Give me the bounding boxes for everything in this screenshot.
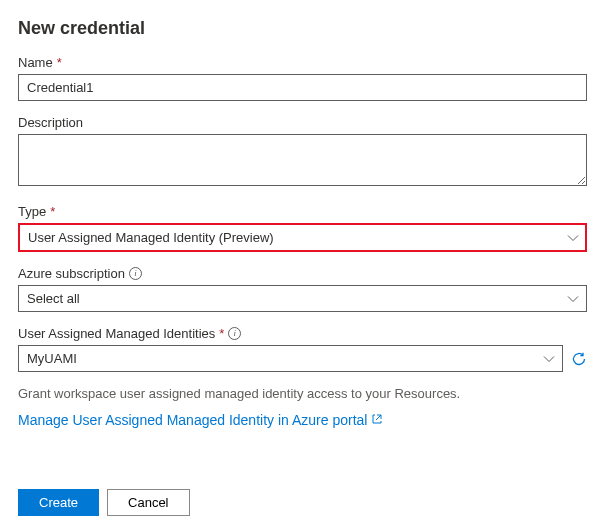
- required-asterisk: *: [57, 55, 62, 70]
- info-icon[interactable]: i: [129, 267, 142, 280]
- required-asterisk: *: [50, 204, 55, 219]
- link-text: Manage User Assigned Managed Identity in…: [18, 412, 367, 428]
- name-label: Name: [18, 55, 53, 70]
- field-uami: User Assigned Managed Identities * i: [18, 326, 587, 372]
- page-title: New credential: [18, 18, 587, 39]
- uami-label: User Assigned Managed Identities: [18, 326, 215, 341]
- footer: Create Cancel: [18, 489, 587, 516]
- uami-select[interactable]: [18, 345, 563, 372]
- external-link-icon: [371, 412, 383, 428]
- type-label: Type: [18, 204, 46, 219]
- helper-text: Grant workspace user assigned managed id…: [18, 386, 587, 401]
- manage-identity-link[interactable]: Manage User Assigned Managed Identity in…: [18, 412, 383, 428]
- cancel-button[interactable]: Cancel: [107, 489, 189, 516]
- description-input[interactable]: [18, 134, 587, 186]
- name-input[interactable]: [18, 74, 587, 101]
- field-type: Type *: [18, 204, 587, 252]
- field-description: Description: [18, 115, 587, 190]
- description-label: Description: [18, 115, 83, 130]
- type-select[interactable]: [18, 223, 587, 252]
- subscription-label: Azure subscription: [18, 266, 125, 281]
- subscription-select[interactable]: [18, 285, 587, 312]
- info-icon[interactable]: i: [228, 327, 241, 340]
- create-button[interactable]: Create: [18, 489, 99, 516]
- field-subscription: Azure subscription i: [18, 266, 587, 312]
- field-name: Name *: [18, 55, 587, 101]
- refresh-icon[interactable]: [571, 351, 587, 367]
- required-asterisk: *: [219, 326, 224, 341]
